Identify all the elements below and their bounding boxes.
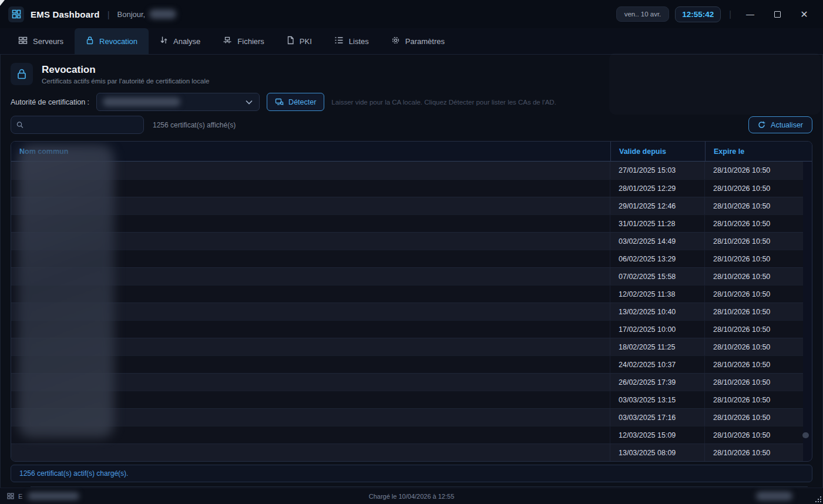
maximize-button[interactable] [767, 5, 788, 23]
tab-parametres[interactable]: Paramètres [380, 28, 456, 54]
main-content: Revocation Certificats actifs émis par l… [0, 55, 823, 482]
tab-label: Revocation [99, 37, 137, 46]
tab-label: Paramètres [405, 37, 445, 46]
table-row[interactable]: 27/01/2025 15:03 28/10/2026 10:50 [11, 162, 803, 179]
table-row[interactable]: 17/02/2025 10:00 28/10/2026 10:50 [11, 320, 803, 338]
cell-nom-commun [11, 409, 610, 426]
cell-valide-depuis: 17/02/2025 10:00 [610, 321, 705, 338]
app-logo-icon [8, 6, 24, 22]
greeting-text: Bonjour, [117, 10, 146, 19]
footer-left-redacted [28, 492, 79, 500]
ca-select-dropdown[interactable] [96, 93, 260, 111]
cell-valide-depuis: 29/01/2025 12:46 [610, 197, 705, 214]
cell-valide-depuis: 03/03/2025 13:15 [610, 391, 705, 408]
cell-valide-depuis: 13/02/2025 10:40 [610, 303, 705, 320]
column-header-expire-le[interactable]: Expire le [705, 142, 812, 161]
cell-nom-commun [11, 303, 610, 320]
tab-bar: Serveurs Revocation Analyse Fichiers PKI… [0, 28, 823, 55]
table-row[interactable]: 07/02/2025 15:58 28/10/2026 10:50 [11, 267, 803, 285]
detect-button-label: Détecter [288, 98, 316, 106]
cell-valide-depuis: 13/03/2025 08:09 [610, 444, 705, 461]
certificates-count: 1256 certificat(s) affiché(s) [153, 121, 236, 129]
page-title: Revocation [42, 64, 209, 76]
certificates-table: Nom commun Valide depuis Expire le 27/01… [11, 141, 812, 462]
cell-nom-commun [11, 180, 610, 197]
search-input[interactable] [28, 121, 138, 129]
table-row[interactable]: 03/02/2025 14:49 28/10/2026 10:50 [11, 232, 803, 250]
page-subtitle: Certificats actifs émis par l'autorité d… [42, 78, 209, 85]
table-row[interactable]: 13/02/2025 10:40 28/10/2026 10:50 [11, 303, 803, 320]
gear-icon [391, 36, 400, 46]
table-row[interactable]: 06/02/2025 13:29 28/10/2026 10:50 [11, 250, 803, 267]
clock-badge: 12:55:42 [675, 6, 721, 22]
tab-label: Analyse [173, 37, 200, 46]
tab-serveurs[interactable]: Serveurs [7, 28, 75, 54]
cell-valide-depuis: 28/01/2025 12:29 [610, 180, 705, 197]
footer-left-text: E [18, 493, 22, 500]
cell-expire-le: 28/10/2026 10:50 [705, 338, 803, 355]
cell-nom-commun [11, 285, 610, 303]
tab-analyse[interactable]: Analyse [149, 28, 211, 54]
column-header-valide-depuis[interactable]: Valide depuis [610, 142, 705, 161]
cell-expire-le: 28/10/2026 10:50 [705, 303, 803, 320]
cell-nom-commun [11, 426, 610, 443]
chevron-down-icon [246, 100, 253, 105]
footer-right-redacted [756, 492, 792, 500]
maximize-icon [774, 11, 781, 18]
servers-icon [18, 36, 28, 46]
footer-grid-icon [7, 493, 14, 499]
table-row[interactable]: 29/01/2025 12:46 28/10/2026 10:50 [11, 197, 803, 214]
cell-expire-le: 28/10/2026 10:50 [705, 321, 803, 338]
table-row[interactable]: 18/02/2025 11:25 28/10/2026 10:50 [11, 338, 803, 355]
status-message-box: 1256 certificat(s) actif(s) chargé(s). [11, 465, 812, 482]
cell-nom-commun [11, 197, 610, 214]
tab-revocation[interactable]: Revocation [75, 28, 149, 54]
cell-nom-commun [11, 444, 610, 461]
cell-expire-le: 28/10/2026 10:50 [705, 162, 803, 179]
controls-separator: | [729, 9, 731, 19]
detect-scan-icon [275, 98, 284, 106]
table-row[interactable]: 28/01/2025 12:29 28/10/2026 10:50 [11, 179, 803, 197]
tab-fichiers[interactable]: Fichiers [211, 28, 276, 54]
document-icon [287, 36, 294, 46]
table-body: 27/01/2025 15:03 28/10/2026 10:50 28/01/… [11, 162, 812, 461]
tab-listes[interactable]: Listes [323, 28, 380, 54]
cell-expire-le: 28/10/2026 10:50 [705, 444, 803, 461]
cell-nom-commun [11, 215, 610, 232]
loaded-timestamp: Chargé le 10/04/2026 à 12:55 [369, 493, 455, 500]
cell-valide-depuis: 27/01/2025 15:03 [610, 162, 705, 179]
cell-nom-commun [11, 338, 610, 355]
ca-hint-text: Laisser vide pour la CA locale. Cliquez … [331, 99, 556, 106]
table-row[interactable]: 03/03/2025 17:16 28/10/2026 10:50 [11, 408, 803, 426]
table-row[interactable]: 12/02/2025 11:38 28/10/2026 10:50 [11, 285, 803, 303]
tab-label: Fichiers [237, 37, 264, 46]
table-row[interactable]: 13/03/2025 08:09 28/10/2026 10:50 [11, 443, 803, 461]
table-row[interactable]: 31/01/2025 11:28 28/10/2026 10:50 [11, 214, 803, 232]
close-button[interactable]: ✕ [794, 5, 815, 23]
cell-valide-depuis: 07/02/2025 15:58 [610, 268, 705, 285]
refresh-button[interactable]: Actualiser [748, 116, 812, 133]
cell-expire-le: 28/10/2026 10:50 [705, 374, 803, 391]
tab-label: Serveurs [33, 37, 63, 46]
cell-expire-le: 28/10/2026 10:50 [705, 215, 803, 232]
resize-grip[interactable] [814, 495, 822, 503]
minimize-button[interactable]: — [740, 5, 761, 23]
vertical-scrollbar-thumb[interactable] [802, 432, 809, 438]
cell-expire-le: 28/10/2026 10:50 [705, 409, 803, 426]
tab-label: Listes [349, 37, 369, 46]
table-header-row: Nom commun Valide depuis Expire le [11, 142, 812, 162]
table-row[interactable]: 26/02/2025 17:39 28/10/2026 10:50 [11, 373, 803, 391]
table-row[interactable]: 24/02/2025 10:37 28/10/2026 10:50 [11, 355, 803, 373]
tab-pki[interactable]: PKI [276, 28, 323, 54]
mouse-cursor [0, 0, 5, 6]
table-row[interactable]: 03/03/2025 13:15 28/10/2026 10:50 [11, 391, 803, 408]
tray-icon [223, 36, 232, 46]
table-row[interactable]: 12/03/2025 15:09 28/10/2026 10:50 [11, 426, 803, 443]
status-message: 1256 certificat(s) actif(s) chargé(s). [19, 469, 128, 478]
cell-expire-le: 28/10/2026 10:50 [705, 268, 803, 285]
search-input-container [11, 116, 144, 134]
column-header-nom-commun[interactable]: Nom commun [11, 142, 610, 161]
detect-button[interactable]: Détecter [267, 93, 324, 111]
app-title: EMS Dashboard [31, 9, 100, 19]
cell-nom-commun [11, 162, 610, 179]
